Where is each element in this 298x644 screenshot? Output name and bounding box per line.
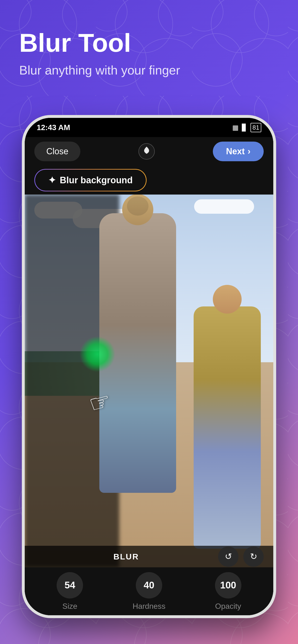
hardness-value: 40 (136, 572, 162, 598)
size-label: Size (62, 602, 77, 611)
close-button[interactable]: Close (34, 142, 80, 161)
photo-background: ☞ (25, 194, 273, 567)
next-button-label: Next (226, 146, 245, 156)
blur-bg-label: Blur background (60, 175, 133, 186)
action-buttons: ↺ ↻ (218, 546, 264, 567)
status-right-icons: ▦ ▊ 81 (232, 123, 261, 132)
hardness-control[interactable]: 40 Hardness (133, 572, 166, 611)
redo-button[interactable]: ↻ (243, 546, 264, 567)
size-value: 54 (57, 572, 83, 598)
blur-bg-area: ✦ Blur background (25, 166, 273, 194)
opacity-label: Opacity (215, 602, 241, 611)
opacity-value: 100 (215, 572, 241, 598)
green-glow-effect (79, 336, 115, 372)
phone-frame: 12:43 AM ⦿ ▦ ▊ 81 Close Next (22, 115, 276, 618)
page-title: Blur Tool (19, 29, 180, 57)
size-control[interactable]: 54 Size (57, 572, 83, 611)
blur-background-button[interactable]: ✦ Blur background (34, 169, 146, 192)
wifi-icon: ▦ (232, 124, 238, 132)
app-logo (138, 143, 155, 160)
hardness-label: Hardness (133, 602, 166, 611)
photo-area[interactable]: ☞ BLUR ↺ ↻ (25, 194, 273, 567)
phone-mockup: 12:43 AM ⦿ ▦ ▊ 81 Close Next (22, 115, 276, 618)
status-bar: 12:43 AM ⦿ ▦ ▊ 81 (25, 118, 273, 137)
next-button[interactable]: Next › (213, 142, 264, 161)
battery-icon: 81 (250, 123, 261, 132)
undo-button[interactable]: ↺ (218, 546, 238, 567)
next-arrow-icon: › (248, 146, 250, 156)
status-time: 12:43 AM (37, 123, 70, 132)
header-section: Blur Tool Blur anything with your finger (19, 29, 180, 78)
bottom-controls: 54 Size 40 Hardness 100 Opacity (25, 567, 273, 615)
page-subtitle: Blur anything with your finger (19, 63, 180, 78)
cloud-3 (194, 199, 254, 214)
sparkle-icon: ✦ (48, 175, 56, 186)
status-center-icons: ⦿ (147, 124, 155, 132)
top-bar: Close Next › (25, 137, 273, 166)
signal-icon: ▊ (242, 124, 247, 132)
blur-label-bar: BLUR ↺ ↻ (25, 546, 273, 567)
opacity-control[interactable]: 100 Opacity (215, 572, 241, 611)
camera-app-icon: ⦿ (147, 124, 155, 132)
blur-tool-label: BLUR (113, 552, 139, 561)
phone-screen: 12:43 AM ⦿ ▦ ▊ 81 Close Next (25, 118, 273, 615)
person-front (194, 306, 261, 549)
